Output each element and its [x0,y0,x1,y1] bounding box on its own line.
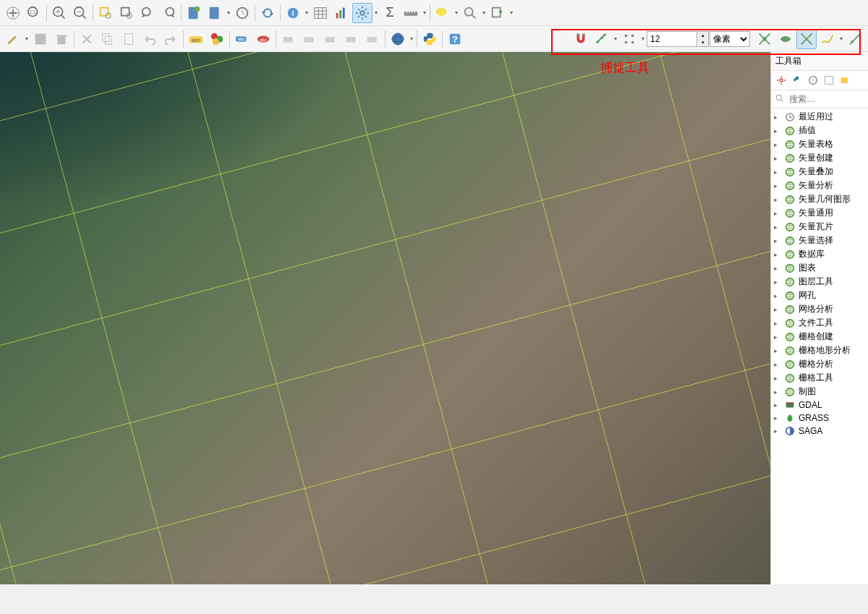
globe-icon[interactable] [388,29,408,49]
tree-item[interactable]: ▸最近用过 [771,110,868,124]
toolbox-python-icon[interactable] [790,73,804,88]
expander-icon[interactable]: ▸ [774,427,781,435]
dropdown-arrow-icon[interactable]: ▾ [454,3,459,23]
tree-item[interactable]: ▸栅格地形分析 [771,344,868,357]
snap-trace-icon[interactable] [817,29,838,49]
snap-tolerance-input[interactable] [647,31,697,47]
expander-icon[interactable]: ▸ [774,347,781,354]
pan-icon[interactable] [3,3,23,23]
cut-icon[interactable] [77,29,97,49]
magnet-icon[interactable] [571,29,591,49]
dropdown-arrow-icon[interactable]: ▾ [409,29,414,49]
label-tool6-icon[interactable] [341,29,362,49]
expander-icon[interactable]: ▸ [774,361,781,368]
statistics-icon[interactable] [331,3,352,23]
tree-item[interactable]: ▸矢量通用 [771,206,868,220]
expander-icon[interactable]: ▸ [774,127,781,135]
tree-item[interactable]: ▸矢量选择 [771,234,868,247]
zoom-last-icon[interactable] [137,3,158,23]
tree-item[interactable]: ▸矢量创建 [771,151,868,165]
snap-intersection-icon[interactable] [775,29,796,49]
tree-item[interactable]: ▸网孔 [771,289,868,302]
tree-item[interactable]: ▸矢量瓦片 [771,220,868,234]
zoom-out-icon[interactable] [70,3,90,23]
expander-icon[interactable]: ▸ [774,210,781,217]
snap-tolerance-spinner[interactable]: ▴▾ [698,31,709,47]
expander-icon[interactable]: ▸ [774,237,781,244]
tree-item[interactable]: ▸GRASS [771,412,868,425]
tree-item[interactable]: ▸网络分析 [771,302,868,316]
expander-icon[interactable]: ▸ [774,114,781,121]
temporal-icon[interactable] [232,3,252,23]
save-edits-icon[interactable] [30,29,51,49]
expander-icon[interactable]: ▸ [774,155,781,162]
snap-vertex-type-icon[interactable] [619,29,639,49]
expander-icon[interactable]: ▸ [774,169,781,176]
tree-item[interactable]: ▸插值 [771,124,868,137]
snap-advanced-icon[interactable] [845,29,865,49]
toolbox-gear-icon[interactable] [774,73,788,88]
label-tool4-icon[interactable] [299,29,320,49]
tree-item[interactable]: ▸图层工具 [771,275,868,289]
dropdown-arrow-icon[interactable]: ▾ [422,3,427,23]
tree-item[interactable]: ▸矢量分析 [771,179,868,192]
dropdown-arrow-icon[interactable]: ▾ [838,29,844,49]
edit-pencil-icon[interactable] [3,29,23,49]
dropdown-arrow-icon[interactable]: ▾ [24,29,30,49]
tree-item[interactable]: ▸矢量叠加 [771,165,868,179]
export-icon[interactable] [488,3,508,23]
settings-gear-icon[interactable] [352,3,373,23]
expander-icon[interactable]: ▸ [774,414,781,422]
expander-icon[interactable]: ▸ [774,375,781,382]
zoom-next-icon[interactable] [158,3,179,23]
dropdown-arrow-icon[interactable]: ▾ [509,3,514,23]
snap-config-icon[interactable] [592,29,612,49]
label-abc-icon[interactable]: abc [186,29,206,49]
tree-item[interactable]: ▸栅格创建 [771,330,868,344]
tree-item[interactable]: ▸矢量表格 [771,137,868,151]
dropdown-arrow-icon[interactable]: ▾ [481,3,487,23]
toolbox-history-icon[interactable] [806,73,820,88]
new-bookmark-icon[interactable] [184,3,204,23]
snap-unit-select[interactable]: 像素 [710,31,750,47]
tree-item[interactable]: ▸图表 [771,261,868,275]
delete-icon[interactable] [51,29,72,49]
paste-icon[interactable] [119,29,139,49]
tip-icon[interactable] [433,3,453,23]
open-table-icon[interactable] [310,3,331,23]
label-tool5-icon[interactable] [320,29,341,49]
copy-icon[interactable] [98,29,118,49]
refresh-icon[interactable] [258,3,278,23]
measure-icon[interactable] [401,3,421,23]
topo-edit-icon[interactable] [754,29,775,49]
map-canvas[interactable] [0,52,770,584]
expander-icon[interactable]: ▸ [774,401,781,409]
zoom-selection-icon[interactable] [95,3,116,23]
help-icon[interactable]: ? [445,29,465,49]
expander-icon[interactable]: ▸ [774,306,781,313]
bookmarks-icon[interactable] [205,3,225,23]
toolbox-search-input[interactable] [788,93,866,106]
dropdown-arrow-icon[interactable]: ▾ [640,29,646,49]
toolbox-model-icon[interactable] [822,73,836,88]
dropdown-arrow-icon[interactable]: ▾ [304,3,310,23]
search-icon[interactable] [460,3,480,23]
label-toolbar1-icon[interactable]: abc [232,29,252,49]
expander-icon[interactable]: ▸ [774,292,781,299]
spin-down-icon[interactable]: ▾ [698,39,708,46]
sum-icon[interactable]: Σ [380,3,400,23]
expander-icon[interactable]: ▸ [774,278,781,286]
dropdown-arrow-icon[interactable]: ▾ [373,3,379,23]
tree-item[interactable]: ▸SAGA [771,425,868,438]
tree-item[interactable]: ▸GDAL [771,398,868,412]
expander-icon[interactable]: ▸ [774,333,781,341]
dropdown-arrow-icon[interactable]: ▾ [226,3,231,23]
expander-icon[interactable]: ▸ [774,223,781,231]
tree-item[interactable]: ▸栅格工具 [771,371,868,385]
snap-self-icon[interactable] [796,29,817,49]
python-icon[interactable] [420,29,440,49]
expander-icon[interactable]: ▸ [774,141,781,148]
tree-item[interactable]: ▸文件工具 [771,316,868,330]
expander-icon[interactable]: ▸ [774,388,781,396]
toolbox-tree[interactable]: ▸最近用过▸插值▸矢量表格▸矢量创建▸矢量叠加▸矢量分析▸矢量几何图形▸矢量通用… [771,108,868,584]
